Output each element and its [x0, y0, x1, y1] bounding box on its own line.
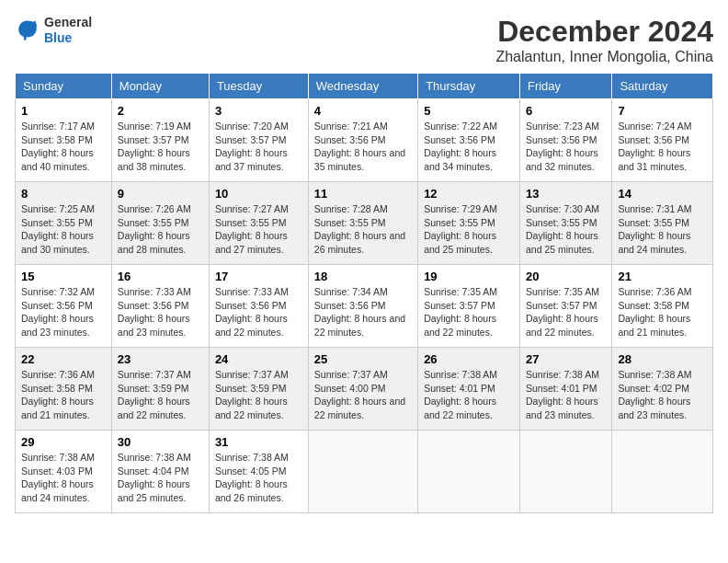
empty-cell-2 — [418, 431, 520, 513]
day-20: 20 Sunrise: 7:35 AMSunset: 3:57 PMDaylig… — [519, 265, 611, 348]
calendar-table: Sunday Monday Tuesday Wednesday Thursday… — [15, 73, 713, 513]
day-26: 26 Sunrise: 7:38 AMSunset: 4:01 PMDaylig… — [418, 348, 520, 431]
header-wednesday: Wednesday — [308, 74, 417, 99]
day-1: 1 Sunrise: 7:17 AMSunset: 3:58 PMDayligh… — [16, 99, 112, 182]
day-17: 17 Sunrise: 7:33 AMSunset: 3:56 PMDaylig… — [209, 265, 308, 348]
header-sunday: Sunday — [16, 74, 112, 99]
day-5: 5 Sunrise: 7:22 AMSunset: 3:56 PMDayligh… — [418, 99, 520, 182]
day-21: 21 Sunrise: 7:36 AMSunset: 3:58 PMDaylig… — [612, 265, 713, 348]
day-23: 23 Sunrise: 7:37 AMSunset: 3:59 PMDaylig… — [111, 348, 209, 431]
day-4: 4 Sunrise: 7:21 AMSunset: 3:56 PMDayligh… — [308, 99, 417, 182]
empty-cell-3 — [519, 431, 611, 513]
day-9: 9 Sunrise: 7:26 AMSunset: 3:55 PMDayligh… — [111, 182, 209, 265]
day-24: 24 Sunrise: 7:37 AMSunset: 3:59 PMDaylig… — [209, 348, 308, 431]
day-31: 31 Sunrise: 7:38 AMSunset: 4:05 PMDaylig… — [209, 431, 308, 513]
logo: General Blue — [15, 15, 92, 46]
logo-general: General — [44, 15, 92, 30]
day-8: 8 Sunrise: 7:25 AMSunset: 3:55 PMDayligh… — [16, 182, 112, 265]
logo-blue: Blue — [44, 30, 92, 46]
day-2: 2 Sunrise: 7:19 AMSunset: 3:57 PMDayligh… — [111, 99, 209, 182]
day-18: 18 Sunrise: 7:34 AMSunset: 3:56 PMDaylig… — [308, 265, 417, 348]
day-19: 19 Sunrise: 7:35 AMSunset: 3:57 PMDaylig… — [418, 265, 520, 348]
logo-icon — [15, 17, 40, 43]
day-13: 13 Sunrise: 7:30 AMSunset: 3:55 PMDaylig… — [519, 182, 611, 265]
page-container: General Blue December 2024 Zhalantun, In… — [15, 15, 713, 513]
location-title: Zhalantun, Inner Mongolia, China — [495, 49, 713, 65]
calendar-row-week1: 1 Sunrise: 7:17 AMSunset: 3:58 PMDayligh… — [16, 99, 713, 182]
day-29: 29 Sunrise: 7:38 AMSunset: 4:03 PMDaylig… — [16, 431, 112, 513]
empty-cell-1 — [308, 431, 417, 513]
header-tuesday: Tuesday — [209, 74, 308, 99]
header-saturday: Saturday — [612, 74, 713, 99]
calendar-row-week2: 8 Sunrise: 7:25 AMSunset: 3:55 PMDayligh… — [16, 182, 713, 265]
calendar-row-week3: 15 Sunrise: 7:32 AMSunset: 3:56 PMDaylig… — [16, 265, 713, 348]
day-3: 3 Sunrise: 7:20 AMSunset: 3:57 PMDayligh… — [209, 99, 308, 182]
day-15: 15 Sunrise: 7:32 AMSunset: 3:56 PMDaylig… — [16, 265, 112, 348]
day-28: 28 Sunrise: 7:38 AMSunset: 4:02 PMDaylig… — [612, 348, 713, 431]
calendar-row-week4: 22 Sunrise: 7:36 AMSunset: 3:58 PMDaylig… — [16, 348, 713, 431]
header-thursday: Thursday — [418, 74, 520, 99]
day-25: 25 Sunrise: 7:37 AMSunset: 4:00 PMDaylig… — [308, 348, 417, 431]
day-11: 11 Sunrise: 7:28 AMSunset: 3:55 PMDaylig… — [308, 182, 417, 265]
header: General Blue December 2024 Zhalantun, In… — [15, 15, 713, 65]
day-30: 30 Sunrise: 7:38 AMSunset: 4:04 PMDaylig… — [111, 431, 209, 513]
day-10: 10 Sunrise: 7:27 AMSunset: 3:55 PMDaylig… — [209, 182, 308, 265]
month-title: December 2024 — [495, 15, 713, 49]
empty-cell-4 — [612, 431, 713, 513]
header-friday: Friday — [519, 74, 611, 99]
day-27: 27 Sunrise: 7:38 AMSunset: 4:01 PMDaylig… — [519, 348, 611, 431]
day-22: 22 Sunrise: 7:36 AMSunset: 3:58 PMDaylig… — [16, 348, 112, 431]
header-monday: Monday — [111, 74, 209, 99]
calendar-row-week5: 29 Sunrise: 7:38 AMSunset: 4:03 PMDaylig… — [16, 431, 713, 513]
day-7: 7 Sunrise: 7:24 AMSunset: 3:56 PMDayligh… — [612, 99, 713, 182]
title-section: December 2024 Zhalantun, Inner Mongolia,… — [495, 15, 713, 65]
day-12: 12 Sunrise: 7:29 AMSunset: 3:55 PMDaylig… — [418, 182, 520, 265]
logo-text: General Blue — [44, 15, 92, 46]
day-14: 14 Sunrise: 7:31 AMSunset: 3:55 PMDaylig… — [612, 182, 713, 265]
calendar-header-row: Sunday Monday Tuesday Wednesday Thursday… — [16, 74, 713, 99]
day-6: 6 Sunrise: 7:23 AMSunset: 3:56 PMDayligh… — [519, 99, 611, 182]
day-16: 16 Sunrise: 7:33 AMSunset: 3:56 PMDaylig… — [111, 265, 209, 348]
